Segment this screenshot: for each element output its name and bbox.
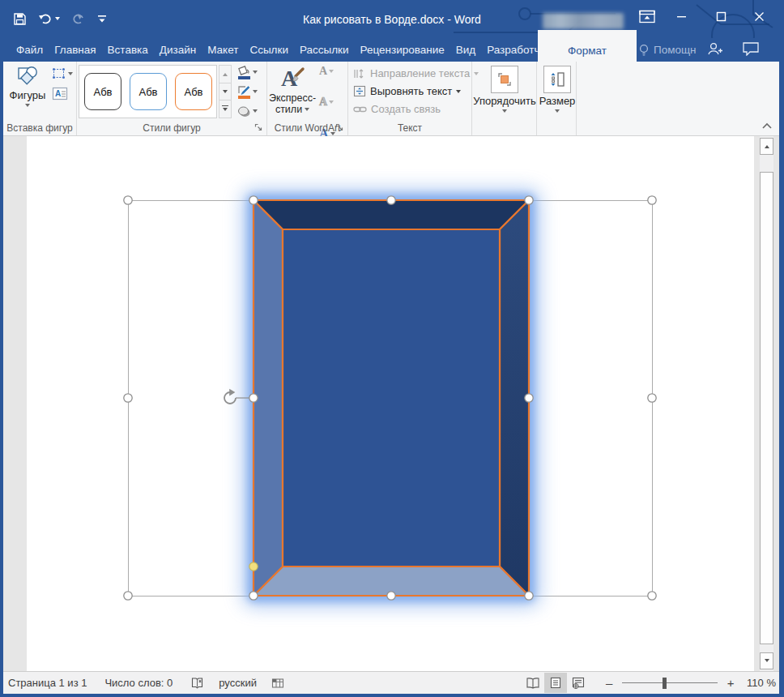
sign-in-button[interactable]: [706, 40, 724, 60]
zoom-slider[interactable]: [622, 678, 718, 689]
selection-handle[interactable]: [249, 592, 258, 600]
print-layout-button[interactable]: [544, 673, 567, 693]
read-mode-icon: [526, 678, 540, 689]
save-button[interactable]: [11, 11, 28, 28]
selection-handle[interactable]: [387, 196, 395, 204]
gallery-more-button[interactable]: [219, 100, 232, 118]
word-count[interactable]: Число слов: 0: [104, 677, 173, 689]
group-text: Направление текста Выровнять текст Созда…: [348, 62, 472, 135]
selection-handle[interactable]: [249, 196, 258, 204]
feedback-button[interactable]: [742, 40, 760, 60]
tab-layout[interactable]: Макет: [202, 38, 244, 62]
triangle-down-icon: [765, 659, 769, 665]
gallery-scroll-down-button[interactable]: [219, 83, 232, 101]
selection-handle[interactable]: [387, 592, 395, 600]
ribbon-display-options-button[interactable]: [633, 0, 661, 32]
tab-review[interactable]: Рецензирование: [355, 38, 450, 62]
frame-shape[interactable]: [254, 200, 529, 596]
minimize-icon: [676, 11, 687, 22]
zoom-in-button[interactable]: +: [724, 676, 737, 690]
shape-style-preset-3[interactable]: Абв: [175, 73, 212, 110]
shape-style-preset-2[interactable]: Абв: [130, 73, 167, 110]
selection-handle[interactable]: [124, 394, 132, 402]
text-fill-button[interactable]: A: [317, 63, 335, 79]
selection-handle[interactable]: [124, 592, 132, 600]
align-text-button[interactable]: Выровнять текст: [353, 85, 461, 97]
tab-view[interactable]: Вид: [450, 38, 481, 62]
selection-handle[interactable]: [249, 394, 258, 402]
zoom-slider-thumb[interactable]: [663, 678, 667, 689]
selection-handle[interactable]: [525, 196, 533, 204]
shape-style-preset-1[interactable]: Абв: [84, 73, 121, 110]
page-indicator[interactable]: Страница 1 из 1: [8, 677, 87, 689]
tab-design[interactable]: Дизайн: [154, 38, 202, 62]
shapes-button[interactable]: Фигуры: [6, 65, 49, 109]
selection-handle[interactable]: [648, 394, 656, 402]
text-outline-button[interactable]: A: [317, 94, 335, 110]
minimize-button[interactable]: [667, 0, 695, 32]
collapse-ribbon-button[interactable]: [761, 120, 773, 132]
selection-handle[interactable]: [525, 592, 533, 600]
create-link-button[interactable]: Создать связь: [353, 103, 441, 115]
draw-text-box-button[interactable]: A: [50, 86, 70, 101]
close-button[interactable]: [745, 0, 773, 32]
read-mode-button[interactable]: [522, 673, 544, 693]
redo-icon: [71, 12, 86, 25]
zoom-out-button[interactable]: –: [603, 676, 616, 690]
selection-handle[interactable]: [525, 394, 533, 402]
size-icon: [548, 71, 566, 88]
web-layout-button[interactable]: [567, 673, 590, 693]
selection-handle[interactable]: [648, 196, 656, 204]
selection-handle[interactable]: [124, 196, 132, 204]
tab-insert[interactable]: Вставка: [102, 38, 154, 62]
statusbar-right: – + 110 %: [522, 672, 776, 694]
size-button[interactable]: Размер: [543, 66, 572, 115]
language-indicator[interactable]: русский: [219, 677, 257, 689]
text-outline-icon: A: [319, 96, 327, 109]
customize-qat-button[interactable]: [96, 11, 109, 26]
align-text-icon: [353, 85, 366, 97]
adjust-handle[interactable]: [249, 562, 258, 571]
zoom-level[interactable]: 110 %: [747, 677, 776, 689]
selection-handle[interactable]: [648, 592, 656, 600]
shape-effects-button[interactable]: [236, 102, 265, 120]
undo-button[interactable]: [36, 11, 62, 27]
status-bar: Страница 1 из 1 Число слов: 0 русский: [0, 671, 784, 694]
text-direction-button[interactable]: Направление текста: [353, 67, 479, 79]
tab-tell-me[interactable]: Помощн: [638, 38, 697, 62]
arrange-button[interactable]: Упорядочить: [476, 66, 533, 115]
tab-format-active[interactable]: Формат: [538, 30, 637, 62]
shape-styles-dialog-launcher[interactable]: [254, 122, 264, 133]
edit-shape-button[interactable]: [50, 66, 75, 81]
tab-file[interactable]: Файл: [11, 38, 49, 62]
redo-button[interactable]: [70, 11, 87, 27]
group-label-text: Текст: [348, 122, 471, 134]
quick-styles-button[interactable]: А Экспресс- стили: [269, 63, 316, 115]
shape-outline-button[interactable]: [236, 83, 265, 100]
proofing-book-icon: [190, 676, 204, 690]
proofing-status-button[interactable]: [190, 676, 204, 690]
size-caret: [555, 109, 560, 115]
scrollbar-thumb[interactable]: [760, 172, 773, 644]
triangle-up-icon: [223, 71, 228, 76]
wordart-dialog-launcher[interactable]: [334, 122, 345, 133]
macro-recording-button[interactable]: [271, 678, 284, 689]
tab-home[interactable]: Главная: [49, 38, 101, 62]
ribbon-tab-row: Файл Главная Вставка Дизайн Макет Ссылки…: [0, 38, 784, 62]
ribbon-format-tab: Фигуры A Вставка фигур: [0, 62, 784, 136]
tab-mailings[interactable]: Рассылки: [294, 38, 355, 62]
scroll-up-button[interactable]: [760, 138, 773, 155]
titlebar-pattern: [0, 0, 784, 38]
text-outline-caret: [329, 100, 334, 106]
fill-color-swatch: [238, 76, 250, 79]
chevron-up-icon: [761, 122, 773, 130]
scroll-down-button[interactable]: [760, 652, 773, 669]
shape-fill-button[interactable]: [236, 63, 265, 81]
maximize-icon: [716, 11, 726, 22]
zoom-slider-track[interactable]: [622, 682, 718, 683]
tab-references[interactable]: Ссылки: [244, 38, 294, 62]
vertical-scrollbar[interactable]: [760, 136, 773, 671]
gallery-scroll-up-button[interactable]: [219, 65, 232, 83]
frame-center-panel[interactable]: [283, 229, 500, 567]
maximize-button[interactable]: [707, 0, 735, 32]
